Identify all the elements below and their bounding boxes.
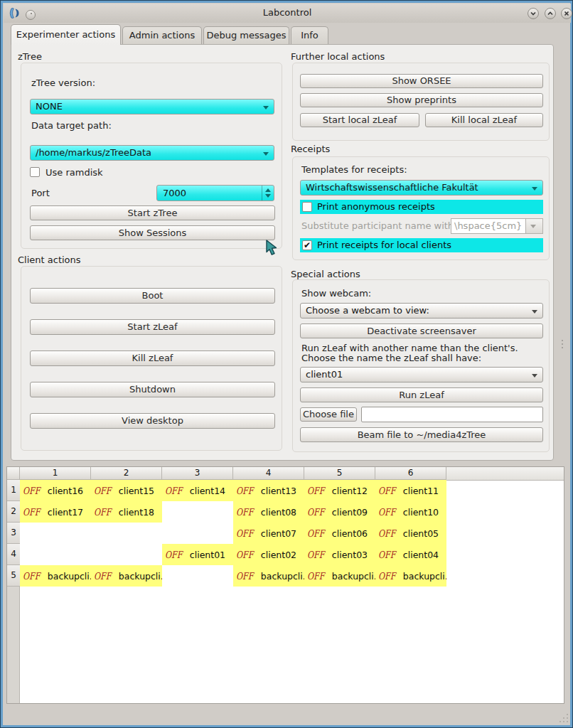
grid-cell[interactable]: OFFclient08 [233, 501, 304, 523]
grid-cell[interactable]: OFFclient13 [233, 480, 304, 501]
tab-debug-messages[interactable]: Debug messages [203, 26, 289, 45]
grid-cell[interactable]: OFFclient10 [375, 501, 446, 523]
grid-cell[interactable] [162, 523, 233, 544]
client-name: client14 [190, 486, 225, 496]
start-zleaf-button[interactable]: Start zLeaf [30, 319, 275, 335]
grid-cell[interactable]: OFFclient16 [20, 480, 91, 501]
client-name: client06 [332, 528, 368, 539]
grid-cell[interactable]: OFFbackupcli... [20, 565, 91, 587]
column-header[interactable]: 3 [162, 467, 233, 480]
receipts-group: Templates for receipts: Wirtschaftswisse… [292, 156, 550, 260]
zleaf-name-combobox[interactable]: client01 [300, 367, 543, 382]
receipt-template-combobox[interactable]: Wirtschaftswissenschaftliche Fakultät [300, 180, 543, 196]
use-ramdisk-checkbox[interactable] [30, 167, 40, 177]
splitter-grip-icon[interactable] [562, 340, 563, 350]
column-header[interactable]: 2 [91, 467, 162, 480]
view-desktop-button[interactable]: View desktop [30, 413, 275, 429]
substitute-name-combobox-button [526, 218, 543, 234]
show-sessions-button[interactable]: Show Sessions [30, 225, 275, 240]
grid-cell[interactable]: OFFbackupcli... [233, 565, 304, 587]
grid-cell[interactable]: OFFclient18 [91, 501, 162, 523]
grid-cell[interactable] [91, 523, 162, 544]
row-header[interactable]: 4 [7, 544, 20, 565]
kill-zleaf-button[interactable]: Kill zLeaf [30, 350, 275, 366]
grid-cell[interactable]: OFFclient09 [304, 501, 375, 523]
grid-cell[interactable]: OFFclient05 [375, 523, 446, 544]
titlebar[interactable]: Labcontrol [4, 4, 571, 23]
boot-button[interactable]: Boot [30, 288, 275, 304]
maximize-button[interactable] [545, 8, 556, 19]
choose-file-button[interactable]: Choose file [300, 407, 357, 422]
print-receipts-local-row[interactable]: ✔ Print receipts for local clients [300, 238, 543, 252]
ztree-version-combobox[interactable]: NONE [30, 99, 274, 114]
kill-local-zleaf-button[interactable]: Kill local zLeaf [425, 113, 543, 127]
client-actions-group: Boot Start zLeaf Kill zLeaf Shutdown Vie… [21, 266, 282, 451]
webcam-combobox[interactable]: Choose a webcam to view: [300, 303, 543, 318]
grid-cell[interactable]: OFFclient06 [304, 523, 375, 544]
column-header[interactable]: 4 [233, 467, 304, 480]
grid-cell[interactable]: OFFclient15 [91, 480, 162, 501]
beam-file-button[interactable]: Beam file to ~/media4zTree [300, 427, 543, 442]
status-off-badge: OFF [236, 480, 253, 501]
grid-cell[interactable]: OFFclient17 [20, 501, 91, 523]
grid-cell[interactable]: OFFclient04 [375, 544, 446, 565]
start-ztree-button[interactable]: Start zTree [30, 205, 275, 220]
grid-cell[interactable] [20, 544, 91, 565]
grid-cell[interactable] [91, 544, 162, 565]
grid-cell[interactable]: OFFclient14 [162, 480, 233, 501]
client-name: client05 [403, 528, 439, 539]
run-zleaf-button[interactable]: Run zLeaf [300, 387, 543, 402]
grid-cell[interactable]: OFFbackupcli... [91, 565, 162, 587]
row-header[interactable]: 1 [7, 480, 20, 501]
window-menu-button[interactable] [26, 10, 36, 20]
data-target-path-combobox[interactable]: /home/markus/zTreeData [30, 145, 274, 161]
status-off-badge: OFF [236, 523, 253, 544]
print-anonymous-receipts-row[interactable]: Print anonymous receipts [300, 200, 543, 214]
port-label: Port [31, 188, 50, 198]
grid-cell[interactable]: OFFbackupcli... [304, 565, 375, 587]
status-off-badge: OFF [94, 501, 111, 523]
file-path-input[interactable] [361, 407, 543, 422]
status-off-badge: OFF [23, 480, 40, 501]
port-spinbox[interactable]: 7000 [156, 185, 274, 201]
column-header[interactable]: 5 [304, 467, 375, 480]
grid-cell[interactable]: OFFclient11 [375, 480, 446, 501]
app-icon [9, 6, 22, 20]
grid-cell[interactable]: OFFclient07 [233, 523, 304, 544]
status-off-badge: OFF [378, 565, 395, 587]
deactivate-screensaver-button[interactable]: Deactivate screensaver [300, 323, 543, 338]
close-button[interactable] [561, 8, 572, 19]
column-header[interactable]: 1 [20, 467, 91, 480]
tab-admin-actions[interactable]: Admin actions [122, 26, 202, 45]
column-header[interactable]: 6 [375, 467, 446, 480]
minimize-button[interactable] [528, 8, 539, 19]
shutdown-button[interactable]: Shutdown [30, 382, 275, 397]
grid-cell[interactable] [162, 501, 233, 523]
row-header[interactable]: 3 [7, 523, 20, 544]
show-preprints-button[interactable]: Show preprints [300, 93, 543, 107]
grid-cell[interactable]: OFFbackupcli... [375, 565, 446, 587]
grid-cell[interactable] [162, 565, 233, 587]
data-target-path-value: /home/markus/zTreeData [36, 147, 151, 158]
grid-cell[interactable]: OFFclient03 [304, 544, 375, 565]
client-name: client18 [119, 507, 154, 518]
client-name: backupcli... [48, 571, 91, 582]
client-name: client01 [190, 550, 225, 560]
print-receipts-local-checkbox[interactable]: ✔ [302, 240, 312, 250]
grid-cell[interactable]: OFFclient01 [162, 544, 233, 565]
tab-info[interactable]: Info [291, 26, 328, 45]
grid-cell[interactable]: OFFclient12 [304, 480, 375, 501]
print-anonymous-receipts-checkbox[interactable] [302, 202, 312, 212]
tab-experimenter-actions[interactable]: Experimenter actions [11, 24, 121, 45]
start-local-zleaf-button[interactable]: Start local zLeaf [300, 113, 419, 127]
grid-cell[interactable]: OFFclient02 [233, 544, 304, 565]
grid-cell[interactable] [20, 523, 91, 544]
status-off-badge: OFF [236, 544, 253, 565]
row-header[interactable]: 2 [7, 501, 20, 523]
row-header[interactable]: 5 [7, 565, 20, 587]
spin-buttons[interactable] [262, 186, 274, 200]
resize-grip-icon[interactable] [559, 714, 569, 724]
show-orsee-button[interactable]: Show ORSEE [300, 74, 543, 88]
status-off-badge: OFF [378, 523, 395, 544]
chevron-down-icon [263, 106, 269, 109]
